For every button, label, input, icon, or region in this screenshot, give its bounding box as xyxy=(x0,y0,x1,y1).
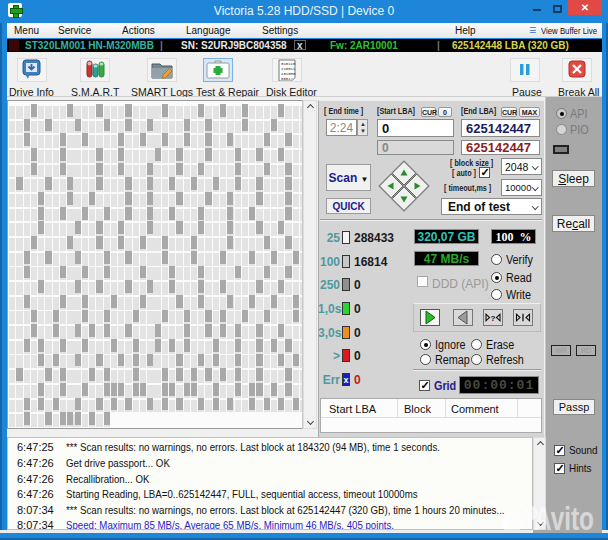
svg-text:010110: 010110 xyxy=(281,62,296,66)
svg-text:?: ? xyxy=(491,314,496,323)
svg-text:101000: 101000 xyxy=(281,72,296,76)
svg-text:110011: 110011 xyxy=(281,67,296,71)
svg-text:0001: 0001 xyxy=(281,77,291,81)
